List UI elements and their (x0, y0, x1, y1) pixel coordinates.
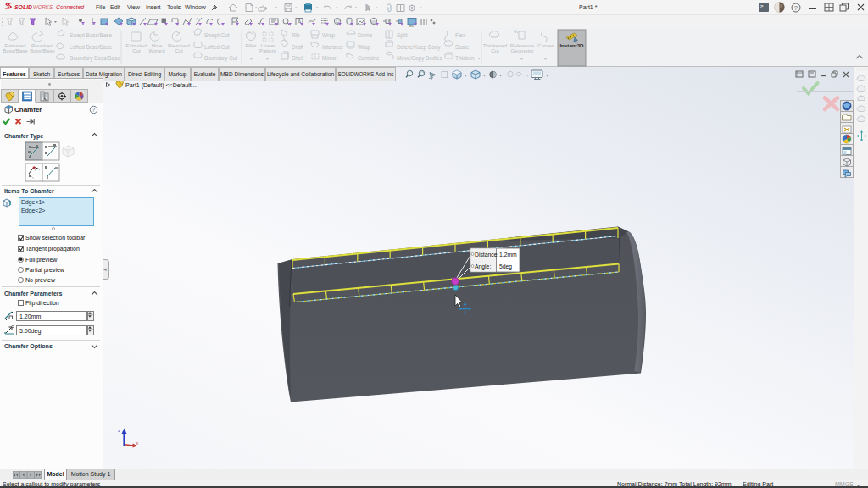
svg-text:WORKS: WORKS (33, 3, 53, 11)
svg-text:?: ? (92, 107, 96, 113)
svg-text:x: x (136, 441, 139, 446)
svg-text:SOLID: SOLID (14, 3, 32, 11)
svg-text:Part1 (Default) <<Default...: Part1 (Default) <<Default... (125, 82, 197, 89)
svg-text:z: z (118, 428, 120, 433)
svg-text:1.2mm: 1.2mm (499, 252, 517, 258)
svg-text:Distance:: Distance: (475, 252, 498, 258)
svg-text:Connected: Connected (56, 3, 84, 11)
svg-text:5deg: 5deg (499, 263, 512, 270)
svg-text:Angle:: Angle: (475, 263, 491, 270)
svg-text:?: ? (794, 4, 798, 12)
